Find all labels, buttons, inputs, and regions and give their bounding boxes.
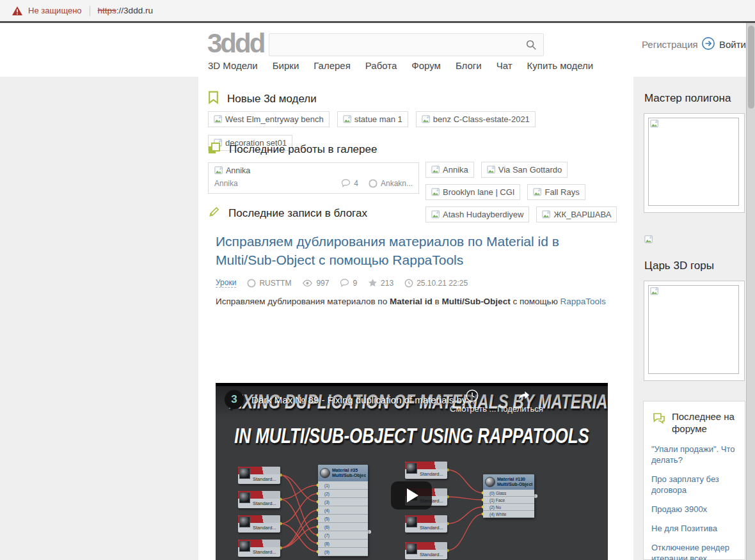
site-header: 3ddd Регистрация Войти 3D МоделиБиркиГал… [0, 23, 755, 77]
page-scrollbar[interactable] [746, 23, 755, 560]
nav-item[interactable]: Блоги [456, 60, 482, 71]
search-icon[interactable] [525, 39, 537, 51]
site-logo[interactable]: 3ddd [207, 28, 264, 59]
forum-topic-link[interactable]: Про зарплату без договора [651, 474, 737, 495]
channel-avatar[interactable]: 3 [225, 390, 244, 409]
node-slot-row: (1) Face [483, 497, 534, 504]
forum-topic-link[interactable]: Продаю 3900x [651, 504, 737, 515]
node-slot-row: (0) Glass [483, 490, 534, 497]
divider [90, 6, 90, 16]
broken-image-icon [542, 210, 551, 219]
post-comments: 9 [340, 278, 357, 288]
multisub-node-130: Material #130Multi/Sub-Object (0) Glass(… [483, 474, 534, 518]
gallery-card-meta-row: Annika 4 Ankakn... [214, 178, 413, 188]
comments-count: 4 [341, 178, 358, 188]
model-tag-chip[interactable]: statue man 1 [337, 111, 408, 127]
broken-image-icon [431, 188, 440, 197]
node-slot-row: (8) [318, 540, 368, 548]
letterbox-bar [216, 383, 608, 386]
node-slot-row: (3) [318, 498, 368, 506]
login-button[interactable]: Войти [701, 36, 746, 52]
gallery-tag-chip[interactable]: ЖК_ВАРШАВА [536, 206, 617, 222]
material-sphere-thumb [239, 492, 250, 503]
gallery-tags: Annika Via San Gottardo Brooklyn lane | … [425, 162, 625, 222]
node-slot-row: (2) [318, 490, 368, 498]
nav-item[interactable]: Форум [411, 60, 441, 71]
login-label: Войти [719, 39, 746, 50]
gallery-card-name: Annika [214, 179, 341, 188]
gallery-tag-label: Fall Rays [544, 187, 579, 197]
material-sphere-thumb [239, 517, 250, 527]
node-slot-row: (4) White [483, 511, 534, 518]
nav-item[interactable]: Купить модели [527, 60, 594, 71]
play-triangle-icon [407, 488, 418, 502]
section-title: Новые 3d модели [227, 93, 317, 105]
broken-image-icon [487, 166, 496, 175]
url-text[interactable]: https://3ddd.ru [98, 6, 153, 15]
post-category-link[interactable]: Уроки [216, 278, 236, 288]
post-author[interactable]: RUSTTM [247, 279, 291, 288]
banner-inner-frame [648, 118, 739, 206]
share-icon[interactable] [516, 389, 532, 405]
broken-image-icon [214, 115, 223, 124]
post-date: 25.10.21 22:25 [404, 279, 468, 288]
broken-image-icon [431, 210, 440, 219]
node-slot-row: (1) [318, 481, 368, 490]
material-sphere-thumb [320, 468, 330, 478]
section-new-models-header: Новые 3d модели [208, 91, 317, 107]
forum-topic-link[interactable]: Не для Позитива [651, 523, 737, 534]
model-tag-label: statue man 1 [354, 114, 402, 124]
rappatools-link[interactable]: RappaTools [560, 297, 606, 306]
login-arrow-icon [701, 36, 715, 52]
material-node: Standard... [238, 515, 280, 533]
main-nav: 3D МоделиБиркиГалереяРаботаФорумБлогиЧат… [208, 60, 593, 71]
nav-item[interactable]: Чат [497, 60, 513, 71]
model-tag-chip[interactable]: benz C-Class-estate-2021 [416, 111, 536, 127]
gallery-tag-label: Via San Gottardo [498, 165, 562, 175]
forum-widget: Последнее на форуме "Упали продажи". Что… [643, 401, 745, 560]
forum-topic-link[interactable]: "Упали продажи". Что делать? [651, 444, 737, 465]
gallery-tag-chip[interactable]: Annika [425, 162, 474, 178]
gallery-tag-chip[interactable]: Fall Rays [527, 184, 585, 200]
video-title[interactable]: Dark Max № 89 - Fixing duplication of ma… [251, 394, 475, 405]
gallery-card-tag: Annika [226, 166, 250, 175]
sidebar-banner1[interactable] [644, 113, 745, 213]
forum-topic-list: "Упали продажи". Что делать?Про зарплату… [651, 444, 737, 560]
broken-image-icon [422, 115, 431, 124]
play-button[interactable] [391, 481, 432, 509]
nav-item[interactable]: Работа [365, 60, 397, 71]
material-node: Standard... [405, 462, 447, 479]
broken-image-icon [343, 115, 352, 124]
material-sphere-thumb [485, 477, 495, 487]
scrollbar-thumb[interactable] [748, 26, 754, 109]
material-sphere-thumb [406, 517, 417, 527]
watch-later-icon[interactable] [465, 389, 479, 405]
gallery-tag-chip[interactable]: Brooklyn lane | CGI [425, 184, 520, 200]
gallery-card[interactable]: Annika Annika 4 Ankakn... [208, 162, 419, 194]
broken-image-icon [650, 287, 659, 296]
warning-icon[interactable] [12, 6, 23, 16]
forum-widget-title: Последнее на форуме [672, 410, 737, 435]
author-badge[interactable]: Ankakn... [369, 179, 413, 188]
sidebar-banner2[interactable] [644, 281, 745, 381]
search-input[interactable] [269, 34, 525, 56]
material-node: Standard... [238, 491, 280, 508]
gallery-icon [208, 142, 221, 157]
youtube-embed[interactable]: FIXING DUPLICATION OF MATERIALS BY MATER… [216, 383, 608, 560]
browser-window: Не защищено https://3ddd.ru 3ddd Регистр… [0, 0, 755, 560]
pencil-icon [208, 206, 220, 221]
sidebar-banner2-title: Царь 3D горы [644, 260, 714, 272]
blog-post-title[interactable]: Исправляем дублирования материалов по Ma… [208, 226, 627, 269]
register-link[interactable]: Регистрация [642, 39, 698, 50]
gallery-tag-chip[interactable]: Via San Gottardo [481, 162, 568, 178]
forum-topic-link[interactable]: Отключение рендер итерации всех объектов… [651, 542, 737, 560]
section-gallery-header: Последние работы в галерее [208, 142, 377, 157]
nav-item[interactable]: Галерея [314, 60, 351, 71]
nav-item[interactable]: Бирки [273, 60, 299, 71]
gallery-card-image-row: Annika [214, 166, 413, 175]
nav-item[interactable]: 3D Модели [208, 60, 258, 71]
security-warning-label[interactable]: Не защищено [28, 6, 82, 15]
model-tag-chip[interactable]: West Elm_entryway bench [208, 111, 330, 127]
gallery-tag-chip[interactable]: Atash Hudayberdiyew [425, 206, 529, 222]
bookmark-icon [208, 91, 219, 107]
